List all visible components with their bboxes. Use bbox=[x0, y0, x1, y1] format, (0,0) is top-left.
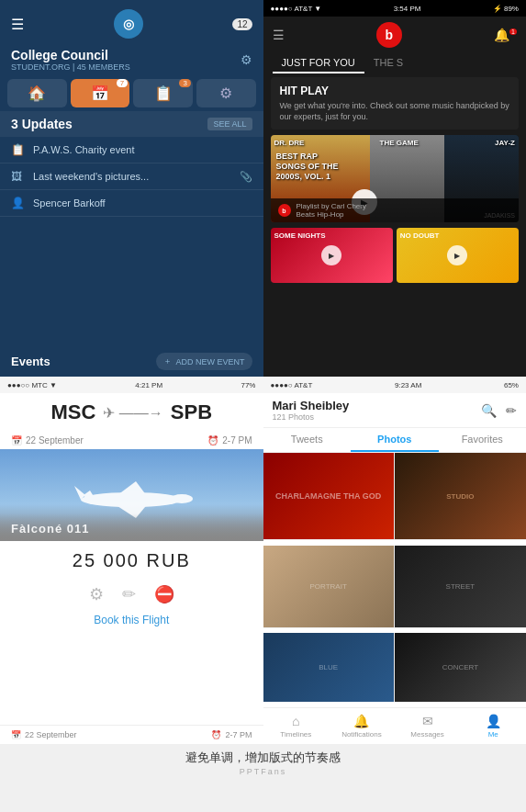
photo-icon: 🖼 bbox=[11, 170, 26, 183]
tab-calendar[interactable]: 📅 7 bbox=[71, 79, 130, 107]
events-bar: Events ＋ ADD NEW EVENT bbox=[0, 346, 263, 377]
notification-icon-beats[interactable]: 🔔1 bbox=[494, 28, 517, 42]
aircraft-name: Fàlconé 011 bbox=[11, 522, 89, 536]
photo-cell-6[interactable]: CONCERT bbox=[395, 633, 526, 702]
see-all-button[interactable]: SEE ALL bbox=[207, 118, 252, 130]
photo-cell-2[interactable]: STUDIO bbox=[395, 453, 526, 540]
feed-text-spencer: Spencer Barkoff bbox=[33, 197, 252, 209]
signal-text: ●●●●○ AT&T ▼ bbox=[271, 5, 322, 13]
footer-date: 22 September bbox=[25, 730, 77, 739]
small-card-no-doubt[interactable]: NO DOUBT ▶ bbox=[397, 228, 519, 283]
playlist-sub: Beats Hip-Hop bbox=[297, 210, 366, 219]
svg-marker-3 bbox=[118, 481, 150, 500]
tab-home[interactable]: 🏠 bbox=[7, 79, 67, 107]
caption-bar: 避免单调，增加版式的节奏感 PPTFans bbox=[0, 744, 526, 781]
twitter-battery: 65% bbox=[504, 381, 519, 389]
beats-status-bar: ●●●●○ AT&T ▼ 3:54 PM ⚡ 89% bbox=[263, 0, 527, 17]
college-title-row: College Council STUDENT.ORG | 45 MEMBERS… bbox=[0, 44, 263, 75]
nav-notifications[interactable]: 🔔 Notifications bbox=[329, 712, 395, 740]
feed-item-pictures[interactable]: 🖼 Last weekend's pictures... 📎 bbox=[0, 164, 263, 190]
hamburger-icon-beats[interactable]: ☰ bbox=[273, 28, 285, 42]
twitter-bottom-nav: ⌂ Timelines 🔔 Notifications ✉ Messages 👤… bbox=[263, 707, 527, 744]
photo-grid: CHARLAMAGNE THA GOD STUDIO PORTRAIT STRE… bbox=[263, 453, 527, 707]
hamburger-icon[interactable]: ☰ bbox=[11, 16, 24, 33]
flight-time: 4:21 PM bbox=[135, 381, 162, 389]
flight-date-row: 📅 22 September ⏰ 2-7 PM bbox=[0, 432, 263, 449]
events-label: Events bbox=[11, 355, 50, 368]
tab-photos[interactable]: Photos bbox=[351, 428, 439, 452]
flight-status-bar: ●●●○○ MTC ▼ 4:21 PM 77% bbox=[0, 377, 263, 393]
flight-footer: 📅 22 September ⏰ 2-7 PM bbox=[0, 725, 263, 744]
feed-item-spencer[interactable]: 👤 Spencer Barkoff bbox=[0, 190, 263, 217]
updates-label: 3 Updates bbox=[11, 117, 73, 131]
panel-flight: ●●●○○ MTC ▼ 4:21 PM 77% MSC ✈ ——→ SPB 📅 … bbox=[0, 377, 263, 744]
home-icon-nav: ⌂ bbox=[292, 714, 299, 728]
feed-item-paws[interactable]: 📋 P.A.W.S. Charity event bbox=[0, 137, 263, 164]
tab-the-s[interactable]: THE S bbox=[364, 53, 412, 73]
twitter-time: 9:23 AM bbox=[395, 381, 421, 389]
tab-favorites[interactable]: Favorites bbox=[439, 428, 527, 452]
college-header: ☰ ◎ 12 bbox=[0, 0, 263, 44]
feed-text-paws: P.A.W.S. Charity event bbox=[33, 144, 252, 155]
footer-clock-icon: ⏰ bbox=[211, 730, 221, 739]
small-card-some-nights[interactable]: SOME NIGHTS ▶ bbox=[271, 228, 393, 283]
plus-icon: ＋ bbox=[163, 355, 172, 367]
play-button-small-1[interactable]: ▶ bbox=[321, 245, 341, 265]
music-card-label: b Playlist by Carl Chery Beats Hip-Hop bbox=[271, 198, 520, 222]
time-display: 3:54 PM bbox=[394, 5, 421, 13]
play-button-small-2[interactable]: ▶ bbox=[447, 245, 467, 265]
calendar-icon-flight: 📅 bbox=[11, 435, 22, 445]
panel-college: ☰ ◎ 12 College Council STUDENT.ORG | 45 … bbox=[0, 0, 263, 377]
hit-play-title: HIT PLAY bbox=[280, 85, 510, 97]
notification-badge: 12 bbox=[232, 18, 252, 30]
photo-cell-5[interactable]: BLUE bbox=[263, 633, 395, 702]
book-flight-button[interactable]: Book this Flight bbox=[0, 608, 263, 632]
search-icon-twitter[interactable]: 🔍 bbox=[481, 403, 497, 418]
college-tabs: 🏠 📅 7 📋 3 ⚙ bbox=[0, 75, 263, 111]
panel-twitter: ●●●●○ AT&T 9:23 AM 65% Mari Sheibley 121… bbox=[263, 377, 527, 744]
college-subtitle: STUDENT.ORG | 45 MEMBERS bbox=[11, 62, 130, 72]
flight-time-range: 2-7 PM bbox=[222, 435, 252, 445]
flight-options: ⚙ ✏ ⛔ bbox=[0, 581, 263, 608]
updates-bar: 3 Updates SEE ALL bbox=[0, 111, 263, 137]
tab-tweets[interactable]: Tweets bbox=[263, 428, 352, 452]
beats-tabs: JUST FOR YOU THE S bbox=[263, 53, 527, 77]
twitter-photo-count: 121 Photos bbox=[273, 412, 350, 422]
edit-icon-twitter[interactable]: ✏ bbox=[506, 403, 517, 418]
small-cards: SOME NIGHTS ▶ NO DOUBT ▶ bbox=[271, 228, 520, 283]
flight-battery: 77% bbox=[241, 381, 255, 389]
main-music-card[interactable]: DR. DRE THE GAME JAY-Z BEST RAPSONGS OF … bbox=[271, 135, 520, 222]
nav-me[interactable]: 👤 Me bbox=[460, 712, 526, 740]
option-icon-1[interactable]: ⚙ bbox=[89, 584, 104, 604]
hit-play-desc: We get what you're into. Check out some … bbox=[280, 101, 510, 122]
photo-cell-3[interactable]: PORTRAIT bbox=[263, 546, 395, 628]
twitter-tabs: Tweets Photos Favorites bbox=[263, 428, 527, 453]
photo-cell-4[interactable]: STREET bbox=[395, 546, 526, 628]
nav-messages[interactable]: ✉ Messages bbox=[395, 712, 461, 740]
flight-route: MSC ✈ ——→ SPB bbox=[0, 393, 263, 432]
battery-text: ⚡ 89% bbox=[493, 5, 519, 13]
flight-signal: ●●●○○ MTC ▼ bbox=[7, 381, 57, 389]
brand-label: PPTFans bbox=[240, 767, 287, 776]
college-logo: ◎ bbox=[114, 9, 143, 39]
person-icon: 👤 bbox=[11, 197, 26, 209]
photo-cell-1[interactable]: CHARLAMAGNE THA GOD bbox=[263, 453, 395, 540]
option-icon-2[interactable]: ✏ bbox=[122, 584, 136, 604]
twitter-status-bar: ●●●●○ AT&T 9:23 AM 65% bbox=[263, 377, 527, 393]
small-card-label-2: NO DOUBT bbox=[400, 231, 440, 240]
option-icon-3[interactable]: ⛔ bbox=[154, 584, 174, 604]
feed-text-pictures: Last weekend's pictures... bbox=[33, 171, 232, 182]
tab-settings[interactable]: ⚙ bbox=[196, 79, 256, 107]
tab-list[interactable]: 📋 3 bbox=[133, 79, 193, 107]
gear-icon[interactable]: ⚙ bbox=[241, 52, 252, 67]
twitter-username: Mari Sheibley bbox=[273, 399, 350, 412]
tab-just-for-you[interactable]: JUST FOR YOU bbox=[273, 53, 364, 73]
footer-calendar-icon: 📅 bbox=[11, 730, 21, 739]
nav-me-label: Me bbox=[488, 730, 498, 739]
add-event-button[interactable]: ＋ ADD NEW EVENT bbox=[156, 353, 252, 370]
flight-date: 22 September bbox=[26, 435, 84, 445]
nav-timelines[interactable]: ⌂ Timelines bbox=[263, 712, 330, 740]
beats-header: ☰ b 🔔1 bbox=[263, 17, 527, 53]
hit-play-section: HIT PLAY We get what you're into. Check … bbox=[271, 77, 520, 130]
flight-price: 25 000 RUB bbox=[0, 541, 263, 581]
